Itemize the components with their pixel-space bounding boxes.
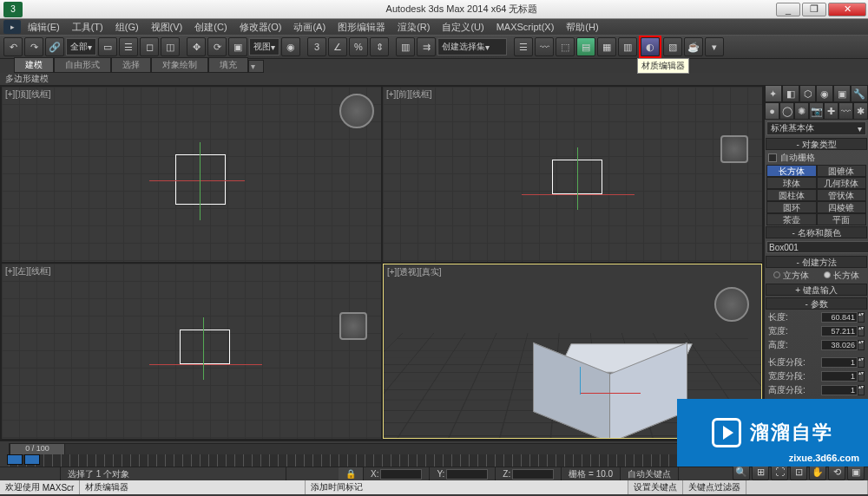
coord-y-input[interactable] <box>446 469 488 480</box>
rollout-objtype[interactable]: - 对象类型 <box>766 138 867 150</box>
primitive-pyramid-button[interactable]: 四棱锥 <box>817 201 867 213</box>
refcoord-dropdown[interactable]: 视图 ▾ <box>249 38 279 55</box>
length-spinner[interactable]: ▴▾ <box>858 312 865 323</box>
layer-manager-button[interactable]: ☰ <box>514 37 533 56</box>
lights-icon[interactable]: ✺ <box>794 102 809 120</box>
viewport-left[interactable]: [+][左][线框] <box>2 264 381 439</box>
application-button[interactable]: ▸ <box>3 20 21 34</box>
object-name-input[interactable] <box>766 241 868 253</box>
align-button[interactable]: ⇉ <box>417 37 436 56</box>
tab-motion-icon[interactable]: ◉ <box>816 85 833 102</box>
tab-objectpaint[interactable]: 对象绘制 <box>151 57 208 73</box>
named-selection-dropdown[interactable]: 创建选择集 ▾ <box>437 38 507 55</box>
select-object-button[interactable]: ▭ <box>98 37 117 56</box>
viewport-top-label[interactable]: [+][顶][线框] <box>5 88 51 101</box>
rollout-namecolor[interactable]: - 名称和颜色 <box>766 226 867 238</box>
material-editor-button[interactable]: ◐ <box>641 37 660 56</box>
curve-editor-button[interactable]: 〰 <box>535 37 554 56</box>
menu-rendering[interactable]: 渲染(R) <box>392 19 435 36</box>
menu-create[interactable]: 创建(C) <box>189 19 232 36</box>
primitive-cone-button[interactable]: 圆锥体 <box>817 165 867 177</box>
ribbon-overflow[interactable]: ▾ <box>248 60 264 73</box>
shapes-icon[interactable]: ◯ <box>779 102 794 120</box>
helpers-icon[interactable]: ✚ <box>824 102 838 120</box>
menu-modifiers[interactable]: 修改器(O) <box>234 19 287 36</box>
tab-selection[interactable]: 选择 <box>111 57 151 73</box>
schematic-view-button[interactable]: ⬚ <box>556 37 575 56</box>
viewcube-left[interactable] <box>339 312 367 340</box>
cameras-icon[interactable]: 📷 <box>809 102 824 120</box>
primitive-cylinder-button[interactable]: 圆柱体 <box>766 189 817 201</box>
height-spinner[interactable]: ▴▾ <box>858 340 865 350</box>
menu-maxscript[interactable]: MAXScript(X) <box>491 20 560 34</box>
height-input[interactable] <box>821 340 858 350</box>
primitive-plane-button[interactable]: 平面 <box>817 213 867 225</box>
cm-cube-radio[interactable]: 立方体 <box>783 271 809 280</box>
viewport-perspective-label[interactable]: [+][透视][真实] <box>387 266 442 278</box>
menu-views[interactable]: 视图(V) <box>146 19 188 36</box>
tab-populate[interactable]: 填充 <box>208 57 248 73</box>
tab-utilities-icon[interactable]: 🔧 <box>851 85 868 102</box>
hsegs-input[interactable] <box>821 385 858 395</box>
viewcube-front[interactable] <box>720 135 748 163</box>
primitive-tube-button[interactable]: 管状体 <box>817 189 867 201</box>
hsegs-spinner[interactable]: ▴▾ <box>858 385 865 395</box>
menu-edit[interactable]: 编辑(E) <box>23 19 65 36</box>
coord-z-input[interactable] <box>512 469 554 480</box>
wsegs-input[interactable] <box>821 371 858 382</box>
viewport-left-label[interactable]: [+][左][线框] <box>5 265 51 277</box>
snap-toggle[interactable]: 3 <box>307 37 326 56</box>
menu-grapheditors[interactable]: 图形编辑器 <box>332 19 391 36</box>
tab-modify-icon[interactable]: ◧ <box>782 85 799 102</box>
select-byname-button[interactable]: ☰ <box>119 37 138 56</box>
tab-display-icon[interactable]: ▣ <box>833 85 851 102</box>
menu-help[interactable]: 帮助(H) <box>561 19 603 36</box>
render-iterative-button[interactable]: ▧ <box>663 37 682 56</box>
viewport-front[interactable]: [+][前][线框] <box>383 87 762 262</box>
menu-customize[interactable]: 自定义(U) <box>437 19 489 36</box>
spacewarps-icon[interactable]: 〰 <box>838 102 853 120</box>
primitive-torus-button[interactable]: 圆环 <box>766 201 817 213</box>
category-dropdown[interactable]: 标准基本体▾ <box>766 121 866 135</box>
autokey-button[interactable]: 自动关键点 <box>621 467 679 480</box>
minimize-button[interactable]: _ <box>776 3 800 16</box>
track-bar-buttons[interactable] <box>7 454 40 465</box>
keyfilter-button[interactable]: 关键点过滤器 <box>683 480 746 494</box>
primitive-geosphere-button[interactable]: 几何球体 <box>817 177 867 189</box>
wsegs-spinner[interactable]: ▴▾ <box>858 371 865 382</box>
primitive-box-button[interactable]: 长方体 <box>766 165 817 177</box>
coord-x-input[interactable] <box>380 469 422 480</box>
width-input[interactable] <box>821 326 858 336</box>
menu-group[interactable]: 组(G) <box>110 19 144 36</box>
time-tag-area[interactable]: 添加时间标记 <box>306 480 628 494</box>
tab-hierarchy-icon[interactable]: ⬡ <box>799 85 817 102</box>
tab-modeling[interactable]: 建模 <box>14 57 54 73</box>
rollout-createmethod[interactable]: - 创建方法 <box>766 256 867 268</box>
length-input[interactable] <box>821 312 858 323</box>
maximize-button[interactable]: ❐ <box>802 3 826 16</box>
percent-snap-toggle[interactable]: % <box>349 37 368 56</box>
mirror-button[interactable]: ▥ <box>396 37 415 56</box>
geometry-icon[interactable]: ● <box>765 102 779 120</box>
primitive-sphere-button[interactable]: 球体 <box>766 177 817 189</box>
window-crossing-button[interactable]: ◫ <box>161 37 180 56</box>
viewport-front-label[interactable]: [+][前][线框] <box>386 88 432 101</box>
tab-freeform[interactable]: 自由形式 <box>54 57 111 73</box>
script-listener-label[interactable]: MAXScr <box>43 483 75 493</box>
time-slider-handle[interactable]: 0 / 100 <box>10 443 65 455</box>
selection-lock-icon[interactable]: 🔒 <box>339 467 364 480</box>
pivot-button[interactable]: ◉ <box>281 37 300 56</box>
angle-snap-toggle[interactable]: ∠ <box>328 37 347 56</box>
select-rect-button[interactable]: ◻ <box>140 37 159 56</box>
redo-button[interactable]: ↷ <box>24 37 43 56</box>
spinner-snap-toggle[interactable]: ⇕ <box>370 37 389 56</box>
viewcube-perspective[interactable] <box>714 287 749 322</box>
tab-create-icon[interactable]: ✦ <box>765 85 782 102</box>
link-button[interactable]: 🔗 <box>45 37 64 56</box>
render-setup-button[interactable]: ▤ <box>576 37 595 56</box>
scale-button[interactable]: ▣ <box>228 37 247 56</box>
rollout-params[interactable]: - 参数 <box>766 297 867 310</box>
rotate-button[interactable]: ⟳ <box>207 37 227 56</box>
lsegs-spinner[interactable]: ▴▾ <box>858 357 865 368</box>
viewport-top[interactable]: [+][顶][线框] <box>2 87 381 262</box>
